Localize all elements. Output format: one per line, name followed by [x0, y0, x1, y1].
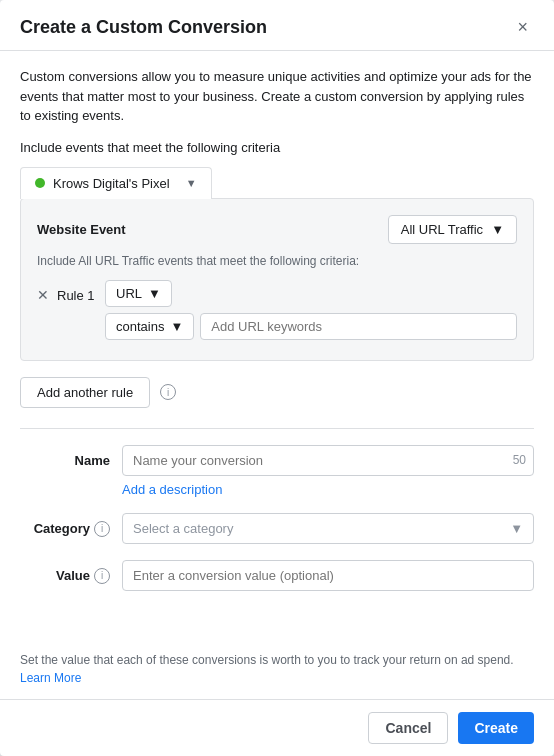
contains-chevron-icon: ▼ — [170, 319, 183, 334]
contains-row: contains ▼ — [105, 313, 517, 340]
url-type-value: URL — [116, 286, 142, 301]
footer-info-text: Set the value that each of these convers… — [20, 653, 514, 667]
pixel-selector[interactable]: Krows Digital's Pixel ▼ — [20, 167, 212, 199]
value-info-icon[interactable]: i — [94, 568, 110, 584]
form-section: Name 50 Add a description Category i — [20, 445, 534, 615]
rule-label: Rule 1 — [57, 288, 97, 303]
modal-title: Create a Custom Conversion — [20, 17, 267, 38]
category-form-row: Category i Select a category ▼ — [20, 513, 534, 544]
event-type-value: All URL Traffic — [401, 222, 483, 237]
value-control-col — [122, 560, 534, 591]
add-rule-button[interactable]: Add another rule — [20, 377, 150, 408]
modal-footer: Cancel Create — [0, 699, 554, 756]
criteria-hint: Include All URL Traffic events that meet… — [37, 254, 517, 268]
category-control-col: Select a category ▼ — [122, 513, 534, 544]
divider — [20, 428, 534, 429]
footer-info: Set the value that each of these convers… — [0, 651, 554, 699]
name-form-row: Name 50 Add a description — [20, 445, 534, 497]
contains-value: contains — [116, 319, 164, 334]
name-input-wrapper: 50 — [122, 445, 534, 476]
pixel-chevron-icon: ▼ — [186, 177, 197, 189]
website-event-row: Website Event All URL Traffic ▼ — [37, 215, 517, 244]
category-chevron-icon: ▼ — [510, 521, 523, 536]
category-info-icon[interactable]: i — [94, 521, 110, 537]
rules-container: Website Event All URL Traffic ▼ Include … — [20, 198, 534, 361]
learn-more-link[interactable]: Learn More — [20, 671, 81, 685]
add-description-link[interactable]: Add a description — [122, 482, 534, 497]
pixel-tab: Krows Digital's Pixel ▼ — [20, 167, 534, 199]
url-chevron-icon: ▼ — [148, 286, 161, 301]
add-rule-info-icon[interactable]: i — [160, 384, 176, 400]
url-keyword-input[interactable] — [200, 313, 517, 340]
close-button[interactable]: × — [511, 16, 534, 38]
pixel-name: Krows Digital's Pixel — [53, 176, 170, 191]
value-label-group: Value i — [20, 568, 110, 584]
description-text: Custom conversions allow you to measure … — [20, 67, 534, 126]
name-control-col: 50 Add a description — [122, 445, 534, 497]
value-label: Value — [56, 568, 90, 583]
value-input[interactable] — [122, 560, 534, 591]
value-form-row: Value i — [20, 560, 534, 591]
category-label: Category — [34, 521, 90, 536]
event-type-dropdown[interactable]: All URL Traffic ▼ — [388, 215, 517, 244]
name-label: Name — [75, 453, 110, 468]
category-label-col: Category i — [20, 513, 110, 537]
pixel-status-dot — [35, 178, 45, 188]
name-label-col: Name — [20, 445, 110, 468]
modal-body: Custom conversions allow you to measure … — [0, 51, 554, 651]
criteria-label: Include events that meet the following c… — [20, 140, 534, 155]
category-placeholder: Select a category — [133, 521, 233, 536]
category-dropdown[interactable]: Select a category ▼ — [122, 513, 534, 544]
url-type-dropdown[interactable]: URL ▼ — [105, 280, 172, 307]
rule-row: ✕ Rule 1 URL ▼ contains ▼ — [37, 280, 517, 340]
website-event-label: Website Event — [37, 222, 126, 237]
name-input[interactable] — [122, 445, 534, 476]
modal-container: Create a Custom Conversion × Custom conv… — [0, 0, 554, 756]
rule-controls: URL ▼ contains ▼ — [105, 280, 517, 340]
char-count: 50 — [513, 453, 526, 467]
create-button[interactable]: Create — [458, 712, 534, 744]
add-rule-row: Add another rule i — [20, 377, 534, 412]
cancel-button[interactable]: Cancel — [368, 712, 448, 744]
value-label-col: Value i — [20, 560, 110, 584]
rule-close-button[interactable]: ✕ — [37, 287, 49, 303]
contains-dropdown[interactable]: contains ▼ — [105, 313, 194, 340]
modal-header: Create a Custom Conversion × — [0, 0, 554, 51]
category-label-group: Category i — [20, 521, 110, 537]
event-type-chevron-icon: ▼ — [491, 222, 504, 237]
